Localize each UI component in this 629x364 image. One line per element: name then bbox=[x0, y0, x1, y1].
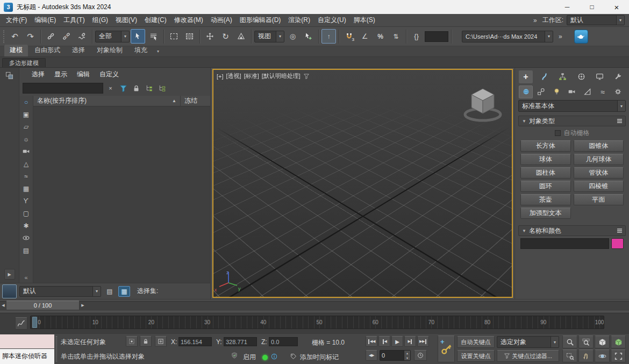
y-coordinate-field[interactable] bbox=[224, 337, 257, 346]
keyboard-shortcut-override-button[interactable]: ↑ bbox=[321, 29, 336, 44]
display-groups-icon[interactable]: ▦ bbox=[21, 183, 31, 194]
undo-button[interactable]: ↶ bbox=[8, 29, 22, 44]
minimize-button[interactable]: ─ bbox=[555, 0, 580, 14]
reference-coordinate-dropdown[interactable]: 视图 ▾ bbox=[254, 31, 284, 42]
ribbon-tab-对象绘制[interactable]: 对象绘制 bbox=[91, 45, 128, 56]
hierarchy-tab[interactable] bbox=[556, 70, 570, 83]
primitive-button-管状体[interactable]: 管状体 bbox=[574, 167, 624, 179]
unlink-selection-button[interactable] bbox=[59, 29, 74, 44]
menu-item-文件(F)[interactable]: 文件(F) bbox=[2, 14, 31, 26]
select-and-manipulate-button[interactable] bbox=[301, 29, 316, 44]
select-and-link-button[interactable] bbox=[44, 29, 58, 44]
menu-item-脚本(S)[interactable]: 脚本(S) bbox=[350, 14, 379, 26]
current-frame-marker[interactable] bbox=[32, 317, 37, 328]
menu-item-创建(C)[interactable]: 创建(C) bbox=[141, 14, 170, 26]
display-materials-icon[interactable]: ▤ bbox=[21, 245, 31, 255]
menu-item-修改器(M)[interactable]: 修改器(M) bbox=[170, 14, 207, 26]
percent-snap-button[interactable]: % bbox=[373, 29, 388, 44]
time-slider-thumb[interactable]: 0 / 100 bbox=[6, 301, 80, 310]
primitive-button-圆锥体[interactable]: 圆锥体 bbox=[574, 140, 624, 152]
primitive-button-加强型文本[interactable]: 加强型文本 bbox=[520, 208, 571, 219]
track-bar-ruler[interactable]: 0102030405060708090100 bbox=[30, 316, 604, 329]
edit-named-selections-button[interactable]: {} bbox=[409, 29, 424, 44]
primitive-button-圆柱体[interactable]: 圆柱体 bbox=[520, 167, 571, 179]
explorer-menu-自定义[interactable]: 自定义 bbox=[95, 69, 124, 80]
go-to-end-button[interactable]: ▶▶ bbox=[417, 336, 429, 347]
display-frozen-objects-icon[interactable]: ✱ bbox=[21, 220, 31, 231]
primitive-button-四棱锥[interactable]: 四棱锥 bbox=[574, 181, 624, 192]
viewport-label-0[interactable]: [+] bbox=[217, 73, 224, 80]
isolate-selection-button[interactable] bbox=[126, 336, 138, 347]
time-slider-track[interactable] bbox=[0, 301, 629, 311]
select-by-name-button[interactable] bbox=[146, 29, 161, 44]
rectangular-selection-region-button[interactable] bbox=[167, 29, 181, 44]
color-swatch[interactable] bbox=[611, 238, 624, 249]
lock-explorer-button[interactable] bbox=[131, 83, 142, 94]
rollout-menu-icon[interactable] bbox=[617, 120, 622, 122]
close-button[interactable]: × bbox=[604, 0, 629, 14]
redo-button[interactable]: ↷ bbox=[23, 29, 38, 44]
display-none-icon[interactable]: ○ bbox=[21, 97, 31, 107]
viewport[interactable]: [+][透视][标准][默认明暗处理] x y z bbox=[212, 69, 513, 298]
spinner-snap-button[interactable]: ⇅ bbox=[389, 29, 403, 44]
maxscript-mini-listener[interactable]: 脚本迷你侦听器 bbox=[0, 349, 54, 364]
zoom-all-button[interactable] bbox=[578, 336, 594, 348]
toolbar-grip[interactable] bbox=[3, 30, 5, 43]
display-containers-icon[interactable]: ▢ bbox=[21, 208, 31, 218]
app-icon[interactable]: 3 bbox=[4, 3, 13, 12]
absolute-mode-transform-button[interactable] bbox=[155, 336, 167, 347]
key-filter-selection-dropdown[interactable]: 选定对象 ▾ bbox=[497, 336, 559, 348]
mini-curve-editor-button[interactable] bbox=[15, 317, 27, 330]
menu-item-组(G)[interactable]: 组(G) bbox=[89, 14, 112, 26]
clear-search-button[interactable]: × bbox=[105, 83, 116, 94]
set-key-button[interactable]: 设置关键点 bbox=[457, 350, 495, 362]
auto-key-button[interactable]: 自动关键点 bbox=[457, 336, 495, 348]
zoom-extents-button[interactable] bbox=[595, 336, 610, 348]
primitive-button-球体[interactable]: 球体 bbox=[520, 154, 571, 165]
select-and-scale-button[interactable] bbox=[234, 29, 248, 44]
select-and-rotate-button[interactable]: ↻ bbox=[218, 29, 233, 44]
ribbon-tab-建模[interactable]: 建模 bbox=[4, 45, 28, 56]
layout-tabs-icon[interactable] bbox=[5, 72, 13, 80]
time-configuration-button[interactable] bbox=[414, 350, 427, 361]
menu-item-图形编辑器(D)[interactable]: 图形编辑器(D) bbox=[236, 14, 285, 26]
geometry-subtab[interactable] bbox=[519, 85, 533, 98]
play-button[interactable]: ▶ bbox=[391, 336, 403, 347]
maximize-button[interactable]: □ bbox=[580, 0, 604, 14]
selection-filter-dropdown[interactable]: 全部 ▾ bbox=[95, 31, 130, 42]
time-slider[interactable]: ◀ 0 / 100 ▶ bbox=[0, 299, 629, 313]
select-object-button[interactable] bbox=[131, 29, 145, 44]
viewcube[interactable] bbox=[460, 84, 505, 125]
column-header-frozen[interactable]: 冻结 bbox=[180, 96, 210, 106]
display-space-warps-icon[interactable]: ≈ bbox=[21, 171, 31, 181]
explorer-menu-选择[interactable]: 选择 bbox=[27, 69, 49, 80]
explorer-search-input[interactable] bbox=[23, 83, 103, 94]
lights-subtab[interactable] bbox=[549, 85, 563, 98]
z-coordinate-field[interactable] bbox=[269, 337, 298, 346]
space-warps-subtab[interactable]: ≈ bbox=[596, 85, 610, 98]
primitive-button-圆环[interactable]: 圆环 bbox=[520, 181, 571, 192]
menu-item-动画(A)[interactable]: 动画(A) bbox=[207, 14, 236, 26]
explorer-menu-编辑[interactable]: 编辑 bbox=[72, 69, 95, 80]
explorer-menu-显示[interactable]: 显示 bbox=[49, 69, 72, 80]
add-time-tag-button[interactable]: 添加时间标记 bbox=[300, 353, 339, 362]
toggle-explorer-button[interactable]: ▦ bbox=[118, 286, 130, 297]
cameras-subtab[interactable] bbox=[565, 85, 579, 98]
display-geometry-icon[interactable]: ▣ bbox=[21, 109, 31, 119]
filter-button[interactable] bbox=[118, 83, 129, 94]
explorer-list-button[interactable]: ▤ bbox=[104, 286, 116, 297]
next-frame-button[interactable]: ▶ bbox=[404, 336, 416, 347]
selection-lock-button[interactable] bbox=[140, 336, 152, 347]
toolbar-overflow-icon[interactable]: » bbox=[554, 33, 567, 40]
create-tab[interactable]: + bbox=[519, 70, 533, 83]
display-bones-icon[interactable]: Ƴ bbox=[21, 196, 31, 206]
display-tab[interactable] bbox=[593, 70, 607, 83]
menu-item-编辑(E)[interactable]: 编辑(E) bbox=[31, 14, 60, 26]
key-filters-button[interactable]: 关键点过滤器... bbox=[497, 350, 559, 362]
frame-spin-down-button[interactable]: ▾ bbox=[404, 355, 410, 360]
workspace-dropdown[interactable]: 默认 ▾ bbox=[567, 15, 625, 25]
expand-hierarchy-button[interactable] bbox=[144, 83, 155, 94]
expand-layout-tabs-button[interactable]: ▶ bbox=[4, 269, 15, 280]
orbit-button[interactable] bbox=[595, 349, 610, 362]
rollout-menu-icon[interactable] bbox=[617, 230, 622, 231]
